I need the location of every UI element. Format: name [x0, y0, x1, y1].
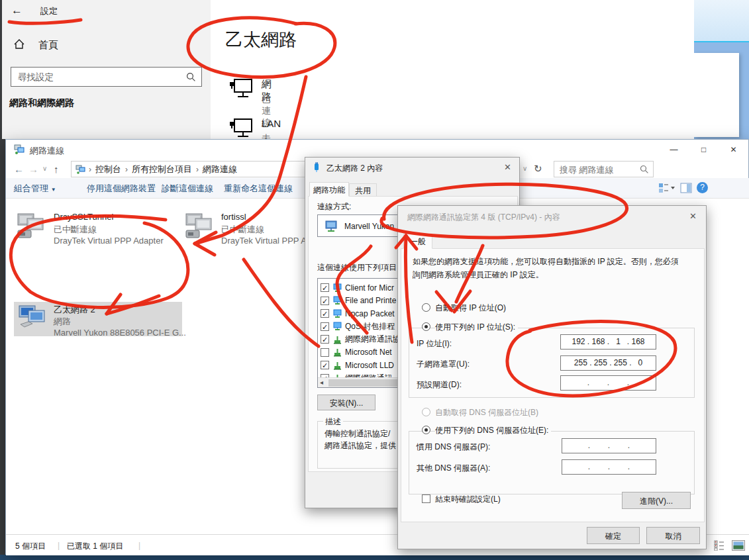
- help-icon[interactable]: ?: [697, 182, 708, 193]
- ok-button[interactable]: 確定: [587, 527, 640, 544]
- search-input[interactable]: 搜尋 網路連線: [554, 161, 654, 177]
- protocol-row[interactable]: ✓Client for Micr: [321, 281, 394, 294]
- checkbox[interactable]: ✓: [321, 309, 329, 318]
- validate-checkbox-label[interactable]: 結束時確認設定(L): [435, 494, 501, 505]
- scroll-left-icon[interactable]: ◂: [320, 379, 323, 386]
- network-connections-icon: [14, 144, 25, 155]
- radio-auto-dns[interactable]: [422, 408, 430, 416]
- breadcrumb-all-items[interactable]: 所有控制台項目: [132, 163, 192, 175]
- window-controls: — □ ✕: [659, 140, 748, 160]
- breadcrumb-network-connections[interactable]: 網路連線: [203, 163, 237, 175]
- validate-checkbox[interactable]: [422, 494, 430, 503]
- adapter-name[interactable]: fortissl: [221, 212, 246, 222]
- refresh-icon[interactable]: ↻: [534, 163, 542, 175]
- settings-window: ← 設定 — □ ✕ 首頁 尋找設定 網路和網際網路 乙太網路 網路 已連線 L…: [2, 0, 694, 139]
- toolbar-diagnose[interactable]: 診斷這個連線: [162, 183, 213, 195]
- ethernet-icon: [229, 78, 253, 101]
- nav-back-icon[interactable]: ←: [14, 163, 24, 175]
- gateway-input[interactable]: . . .: [560, 375, 656, 391]
- lldp-icon: [332, 361, 342, 370]
- adapter-name[interactable]: 乙太網路 2: [54, 304, 95, 316]
- mask-label: 子網路遮罩(U):: [417, 359, 470, 370]
- settings-section-label: 網路和網際網路: [9, 97, 74, 109]
- protocol-row[interactable]: Microsoft Net: [321, 346, 392, 359]
- dialog-title: 乙太網路 2 內容: [326, 163, 383, 174]
- preview-pane-icon[interactable]: [680, 183, 692, 193]
- protocol-label: QoS 封包排程: [345, 321, 395, 332]
- intro-line: 如果您的網路支援這項功能，您可以取得自動指派的 IP 設定。否則，您必須: [413, 256, 679, 267]
- checkbox[interactable]: ✓: [321, 335, 329, 344]
- protocol-row[interactable]: ✓File and Printe: [321, 295, 396, 307]
- dns2-input[interactable]: . . .: [562, 459, 656, 475]
- cancel-button[interactable]: 取消: [646, 527, 700, 544]
- radio-manual-dns-label[interactable]: 使用下列的 DNS 伺服器位址(E):: [435, 425, 551, 436]
- protocol-row[interactable]: ✓網際網路通訊協: [321, 333, 401, 346]
- tab-sharing[interactable]: 共用: [349, 183, 377, 197]
- thumbnail-view-icon[interactable]: [732, 540, 745, 551]
- advanced-button[interactable]: 進階(V)...: [622, 492, 691, 509]
- settings-window-title: 設定: [40, 5, 58, 17]
- toolbar-rename[interactable]: 重新命名這個連線: [224, 183, 293, 195]
- protocol-row[interactable]: ✓Microsoft LLD: [321, 359, 394, 371]
- checkbox[interactable]: ✓: [321, 361, 329, 369]
- address-dropdown-icon[interactable]: ∨: [523, 165, 527, 172]
- protocol-label: Npcap Packet: [345, 309, 395, 318]
- protocol-row[interactable]: ✓Npcap Packet: [321, 307, 395, 320]
- view-options-icon[interactable]: [658, 183, 675, 193]
- mask-input[interactable]: 255 . 255 . 255 . 0: [560, 355, 656, 371]
- details-view-icon[interactable]: [714, 540, 725, 551]
- adapter-item[interactable]: [185, 212, 217, 243]
- back-icon[interactable]: ←: [11, 4, 23, 17]
- checkbox[interactable]: ✓: [321, 297, 329, 305]
- sidebar-item-home[interactable]: 首頁: [13, 38, 199, 54]
- nav-forward-icon[interactable]: →: [28, 163, 38, 175]
- adapter-item[interactable]: [17, 212, 48, 243]
- dns1-label: 慣用 DNS 伺服器(P):: [417, 442, 490, 453]
- tab-networking[interactable]: 網路功能: [309, 182, 349, 197]
- close-icon[interactable]: ✕: [504, 162, 511, 172]
- taskbar: [0, 555, 749, 560]
- radio-auto-ip[interactable]: [422, 303, 430, 312]
- breadcrumb-sep: ›: [125, 165, 128, 174]
- description-label: 描述: [323, 416, 343, 428]
- nav-up-icon[interactable]: ↑: [54, 163, 59, 175]
- checkbox[interactable]: ✓: [321, 283, 329, 292]
- adapter-device: Marvell Yukon 88E8056 PCI-E G...: [54, 328, 186, 338]
- nav-dropdown-icon[interactable]: ∨: [42, 165, 47, 172]
- checkbox[interactable]: [321, 348, 329, 357]
- adapter-item-selected[interactable]: [18, 304, 50, 335]
- toolbar-disable-device[interactable]: 停用這個網路裝置: [87, 183, 156, 195]
- radio-auto-ip-label[interactable]: 自動取得 IP 位址(O): [435, 303, 506, 314]
- search-icon: [186, 72, 196, 82]
- settings-search-input[interactable]: 尋找設定: [11, 67, 202, 87]
- install-button[interactable]: 安裝(N)...: [317, 395, 375, 410]
- checkbox[interactable]: ✓: [321, 322, 329, 331]
- tab-general[interactable]: 一般: [403, 234, 432, 249]
- dns1-input[interactable]: . . .: [562, 438, 656, 453]
- description-line: 傳輸控制通訊協定/: [325, 428, 390, 440]
- adapter-device: DrayTek Virtual PPP Ad: [221, 236, 311, 246]
- ip-input[interactable]: 192 . 168 . 1 . 168: [560, 334, 656, 350]
- selected-count: 已選取 1 個項目: [67, 541, 123, 552]
- vpn-adapter-icon: [17, 212, 48, 240]
- protocol-row[interactable]: ✓QoS 封包排程: [321, 320, 395, 333]
- minimize-icon[interactable]: —: [659, 140, 689, 160]
- maximize-icon[interactable]: □: [689, 140, 719, 160]
- connection-item-network[interactable]: 網路 已連線: [229, 78, 253, 103]
- sidebar-home-label: 首頁: [38, 39, 58, 52]
- radio-manual-ip[interactable]: [422, 322, 430, 331]
- settings-search-placeholder: 尋找設定: [18, 71, 54, 83]
- toolbar-organize[interactable]: 組合管理 ▼: [14, 183, 56, 195]
- protocol-label: 網際網路通訊協: [345, 334, 401, 345]
- search-placeholder: 搜尋 網路連線: [560, 164, 614, 176]
- breadcrumb-control-panel[interactable]: 控制台: [95, 163, 121, 175]
- radio-manual-ip-label[interactable]: 使用下列的 IP 位址(S):: [435, 322, 518, 333]
- adapter-status: 網路: [54, 316, 71, 328]
- tcpip-icon: [332, 335, 342, 344]
- window-title: 網路連線: [30, 145, 64, 157]
- tcpip-properties-dialog: 網際網路通訊協定第 4 版 (TCP/IPv4) - 內容 ✕ 一般 如果您的網…: [397, 205, 707, 549]
- adapter-name[interactable]: DraySSLTunnel: [54, 212, 113, 222]
- close-icon[interactable]: ✕: [719, 140, 748, 160]
- close-icon[interactable]: ✕: [689, 211, 697, 221]
- radio-manual-dns[interactable]: [422, 426, 430, 434]
